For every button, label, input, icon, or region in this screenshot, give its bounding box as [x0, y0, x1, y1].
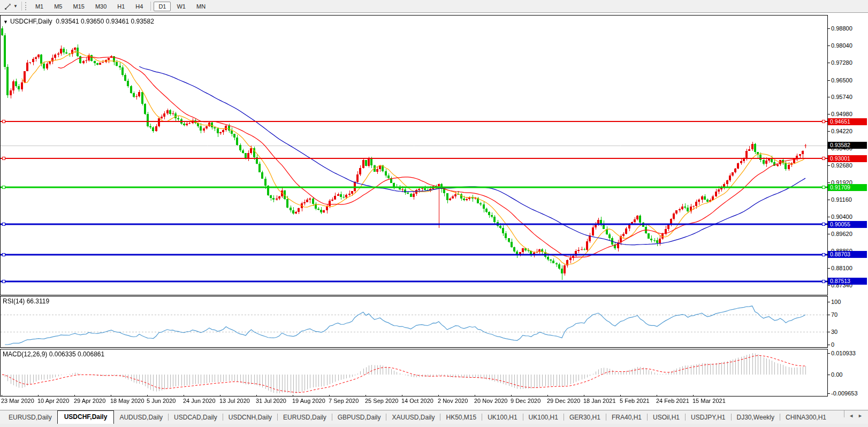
- date-label: 24 Jun 2020: [183, 398, 216, 404]
- macd-tick: [828, 353, 830, 354]
- status-strip: [0, 424, 868, 427]
- chart-tab-fra40-h1[interactable]: FRA40,H1: [606, 411, 647, 424]
- timeframe-button-mn[interactable]: MN: [192, 2, 210, 11]
- date-label: 24 Feb 2021: [656, 398, 689, 404]
- date-tick: [329, 395, 330, 396]
- macd-tick-label: 0.010933: [831, 350, 856, 356]
- price-tick: [828, 182, 830, 183]
- scroll-right-icon[interactable]: ►: [858, 413, 863, 418]
- rsi-indicator-canvas[interactable]: [0, 296, 828, 348]
- price-tick: [828, 200, 830, 200]
- price-tick: [828, 285, 830, 286]
- date-tick: [547, 395, 548, 396]
- price-tick: [828, 114, 830, 115]
- chart-tab-usdjpy-h1[interactable]: USDJPY,H1: [686, 411, 730, 424]
- price-tick-label: 0.95740: [831, 94, 852, 100]
- price-tick: [828, 28, 830, 29]
- rsi-tick: [828, 332, 830, 332]
- top-toolbar: ▼ M1M5M15M30H1H4D1W1MN: [0, 0, 868, 13]
- price-tick-label: 0.97280: [831, 59, 852, 66]
- symbol-label: USDCHF,Daily: [10, 18, 52, 25]
- macd-label: MACD(12,26,9) 0.006335 0.006861: [3, 350, 104, 358]
- chart-tab-china300-h1[interactable]: CHINA300,H1: [780, 411, 832, 424]
- triangle-down-icon: ▼: [3, 19, 8, 25]
- chart-tab-eurusd-daily[interactable]: EURUSD,Daily: [278, 411, 332, 424]
- date-tick: [657, 395, 657, 396]
- chart-cursor-icon: [4, 3, 12, 10]
- price-tick: [828, 165, 830, 166]
- price-line-label: 0.93001: [828, 155, 867, 162]
- chart-tab-dj30-weekly[interactable]: DJ30,Weekly: [732, 411, 780, 424]
- chart-tab-ger30-h1[interactable]: GER30,H1: [564, 411, 606, 424]
- chart-tab-uk100-h1[interactable]: UK100,H1: [482, 411, 522, 424]
- rsi-tick-label: 100: [831, 299, 841, 305]
- rsi-tick-label: 70: [831, 311, 837, 318]
- date-label: 15 Mar 2021: [692, 398, 726, 404]
- rsi-tick: [828, 302, 830, 302]
- price-tick: [828, 80, 830, 81]
- chart-tab-uk100-h1[interactable]: UK100,H1: [523, 411, 564, 424]
- timeframe-button-m30[interactable]: M30: [90, 2, 111, 11]
- timeframe-button-w1[interactable]: W1: [172, 2, 191, 11]
- date-tick: [2, 395, 2, 396]
- date-label: 9 Dec 2020: [511, 398, 540, 404]
- timeframe-button-m5[interactable]: M5: [49, 2, 67, 11]
- ohlc-high: 0.93650: [81, 18, 104, 25]
- macd-tick: [828, 375, 830, 375]
- timeframe-button-h1[interactable]: H1: [112, 2, 130, 11]
- price-tick-label: 0.98040: [831, 42, 852, 49]
- date-tick: [220, 395, 220, 396]
- price-tick-label: 0.94220: [831, 128, 852, 134]
- date-tick: [293, 395, 293, 396]
- chart-tab-usdchf-daily[interactable]: USDCHF,Daily: [57, 410, 115, 424]
- price-tick: [828, 63, 830, 63]
- date-label: 5 Jun 2020: [147, 398, 176, 404]
- rsi-tick-label: 0: [831, 341, 834, 348]
- date-label: 23 Mar 2020: [1, 398, 34, 404]
- date-tick: [402, 395, 402, 396]
- timeframe-button-h4[interactable]: H4: [131, 2, 148, 11]
- rsi-tick-label: 30: [831, 329, 837, 335]
- macd-tick-label: 0.00: [831, 371, 842, 378]
- chart-cursor-tool-button[interactable]: ▼: [3, 2, 19, 11]
- chart-tab-bar: EURUSD,DailyUSDCHF,DailyAUDUSD,DailyUSDC…: [0, 410, 868, 424]
- date-label: 18 May 2020: [110, 398, 144, 404]
- chart-tab-eurusd-daily[interactable]: EURUSD,Daily: [3, 411, 57, 424]
- timeframe-button-m15[interactable]: M15: [68, 2, 89, 11]
- price-chart-canvas[interactable]: [0, 15, 828, 295]
- chart-tab-audusd-daily[interactable]: AUDUSD,Daily: [114, 411, 168, 424]
- scroll-left-icon[interactable]: ◄: [849, 413, 854, 418]
- rsi-tick: [828, 345, 830, 345]
- timeframe-button-m1[interactable]: M1: [31, 2, 48, 11]
- chart-tab-usoil-h1[interactable]: USOil,H1: [648, 411, 685, 424]
- price-line-label: 0.87513: [828, 278, 867, 285]
- chart-tab-xauusd-daily[interactable]: XAUUSD,Daily: [386, 411, 440, 424]
- price-line-label: 0.90055: [828, 221, 867, 228]
- date-label: 25 Sep 2020: [365, 398, 398, 404]
- chart-title: ▼USDCHF,Daily 0.93541 0.93650 0.93461 0.…: [3, 18, 154, 25]
- chart-tab-hk50-m15[interactable]: HK50,M15: [440, 411, 482, 424]
- date-label: 20 Nov 2020: [474, 398, 507, 404]
- price-tick: [828, 217, 830, 217]
- price-line-label: 0.94651: [828, 118, 867, 125]
- chart-tab-usdcad-daily[interactable]: USDCAD,Daily: [169, 411, 223, 424]
- tab-separator: [844, 410, 844, 417]
- price-tick-label: 0.91160: [831, 196, 852, 203]
- date-label: 5 Feb 2021: [620, 398, 650, 404]
- rsi-label: RSI(14) 66.3119: [3, 298, 49, 305]
- chart-tab-gbpusd-daily[interactable]: GBPUSD,Daily: [332, 411, 386, 424]
- chart-window: ▼USDCHF,Daily 0.93541 0.93650 0.93461 0.…: [0, 13, 868, 410]
- price-tick: [828, 45, 830, 46]
- price-line-label: 0.91709: [828, 184, 867, 191]
- date-tick: [147, 395, 148, 396]
- toolbar-grip[interactable]: [25, 2, 27, 10]
- date-label: 31 Jul 2020: [256, 398, 286, 404]
- chart-tab-usdcnh-daily[interactable]: USDCNH,Daily: [223, 411, 277, 424]
- price-tick-label: 0.92680: [831, 162, 852, 169]
- date-label: 29 Apr 2020: [74, 398, 105, 404]
- macd-indicator-canvas[interactable]: [0, 349, 828, 396]
- date-tick: [184, 395, 184, 396]
- date-tick: [38, 395, 39, 396]
- timeframe-button-d1[interactable]: D1: [154, 2, 171, 11]
- price-tick-label: 0.96500: [831, 77, 852, 83]
